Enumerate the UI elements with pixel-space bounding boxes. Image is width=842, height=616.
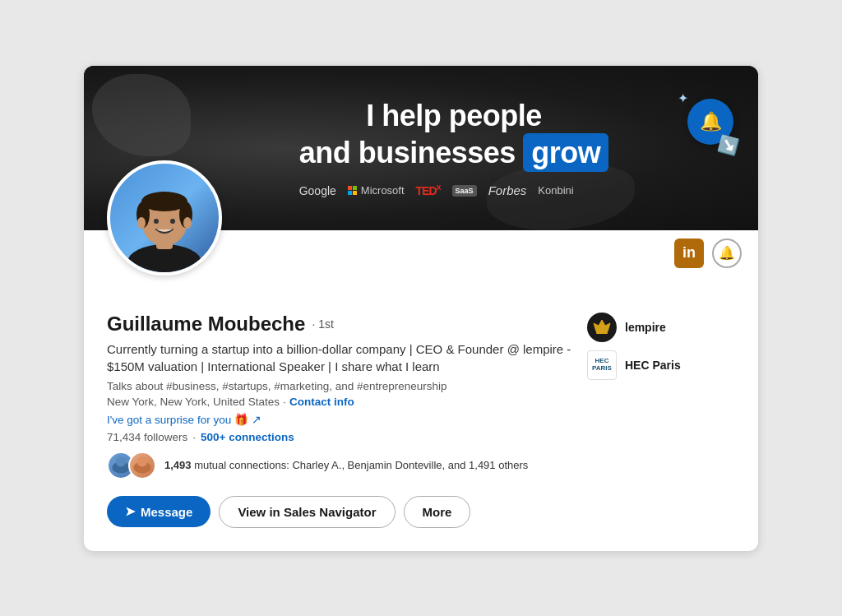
contact-info-link[interactable]: Contact info — [289, 396, 354, 408]
company-list: lempire HECPARIS HEC Paris — [587, 313, 735, 380]
mutual-names: Charley A., Benjamin Donteville, and 1,4… — [292, 459, 528, 471]
avatar — [107, 160, 222, 276]
message-label: Message — [141, 505, 192, 519]
connection-badge: · 1st — [312, 317, 333, 331]
external-link-icon: ↗ — [252, 413, 261, 426]
banner-logos-row: Google Microsoft TEDX SaaS Forbes Konbin… — [299, 183, 609, 197]
avatar-person — [110, 164, 219, 272]
followers-count: 71,434 followers — [107, 431, 187, 443]
person-illustration — [115, 165, 214, 272]
lempire-logo — [587, 313, 617, 342]
hec-logo: HECPARIS — [587, 350, 617, 380]
banner-headline-line1: I help people and businesses grow — [299, 98, 609, 172]
ms-green — [353, 186, 357, 190]
mutual-count: 1,493 — [164, 459, 192, 471]
profile-top-section: Guillaume Moubeche · 1st Currently turni… — [107, 313, 735, 528]
hec-name: HEC Paris — [625, 359, 681, 372]
message-icon: ➤ — [125, 504, 136, 519]
ms-yellow — [353, 191, 357, 195]
mutual-text: 1,493 mutual connections: Charley A., Be… — [164, 459, 528, 471]
mutual-avatars — [107, 452, 156, 479]
svg-point-11 — [116, 456, 126, 466]
followers-row: 71,434 followers · 500+ connections — [107, 431, 584, 443]
bell-button[interactable]: ✦ 🔔 ↘️ — [687, 99, 733, 145]
svg-point-8 — [137, 217, 146, 229]
name-row: Guillaume Moubeche · 1st — [107, 313, 584, 336]
linkedin-icon[interactable]: in — [674, 239, 704, 268]
konbini-logo: Konbini — [538, 184, 573, 197]
svg-point-9 — [183, 217, 192, 229]
profile-body: Guillaume Moubeche · 1st Currently turni… — [84, 296, 758, 551]
ms-red — [348, 186, 352, 190]
banner-grow-word: grow — [523, 133, 608, 172]
google-logo: Google — [299, 184, 336, 197]
svg-rect-15 — [596, 331, 608, 334]
more-button[interactable]: More — [404, 496, 471, 528]
mutual-label: mutual connections: — [194, 459, 289, 471]
surprise-row[interactable]: I've got a surprise for you 🎁 ↗ — [107, 413, 584, 426]
svg-point-13 — [137, 456, 147, 466]
company-hec[interactable]: HECPARIS HEC Paris — [587, 350, 735, 380]
mutual-avatar-2 — [128, 452, 156, 479]
mutual-connections-row: 1,493 mutual connections: Charley A., Be… — [107, 452, 584, 479]
microsoft-logo: Microsoft — [348, 184, 405, 197]
svg-marker-14 — [594, 320, 610, 331]
banner-text-content: I help people and businesses grow Google… — [299, 98, 609, 197]
profile-name: Guillaume Moubeche — [107, 313, 305, 336]
profile-companies: lempire HECPARIS HEC Paris — [587, 313, 735, 380]
saas-logo: SaaS — [452, 185, 477, 197]
notification-bell-icon[interactable]: 🔔 — [712, 239, 742, 268]
svg-point-7 — [170, 219, 175, 224]
profile-headline: Currently turning a startup into a billi… — [107, 340, 584, 375]
microsoft-grid-icon — [348, 186, 358, 196]
profile-info-left: Guillaume Moubeche · 1st Currently turni… — [107, 313, 584, 528]
talks-about: Talks about #business, #startups, #marke… — [107, 380, 584, 392]
message-button[interactable]: ➤ Message — [107, 496, 210, 527]
banner-headline-text1: I help people — [366, 99, 542, 132]
tedx-logo: TEDX — [416, 183, 441, 197]
company-lempire[interactable]: lempire — [587, 313, 735, 342]
surprise-label: I've got a surprise for you 🎁 — [107, 413, 248, 426]
connections-link[interactable]: 500+ connections — [201, 431, 294, 443]
sales-nav-button[interactable]: View in Sales Navigator — [219, 496, 395, 528]
forbes-logo: Forbes — [488, 183, 527, 197]
bell-icon: 🔔 — [700, 111, 722, 132]
svg-point-6 — [154, 219, 159, 224]
profile-action-icons: in 🔔 — [674, 239, 742, 268]
banner-headline-text2: and businesses — [299, 136, 516, 169]
location-text: New York, New York, United States — [107, 396, 280, 408]
ms-blue — [348, 191, 352, 195]
action-buttons-row: ➤ Message View in Sales Navigator More — [107, 496, 584, 528]
lempire-crown-icon — [593, 318, 611, 336]
lempire-name: lempire — [625, 321, 666, 334]
bell-sparkles: ✦ — [678, 92, 688, 105]
profile-card: I help people and businesses grow Google… — [84, 66, 758, 551]
location-row: New York, New York, United States · Cont… — [107, 396, 584, 408]
